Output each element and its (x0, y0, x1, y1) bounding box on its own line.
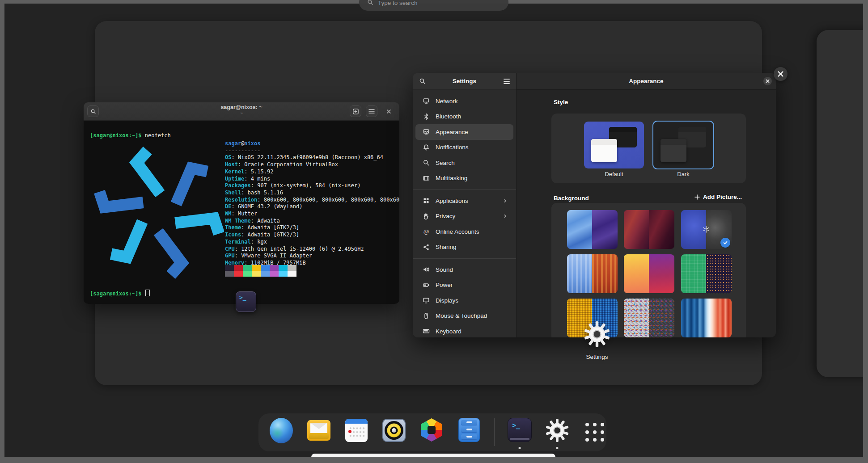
terminal-close-button[interactable] (386, 108, 392, 116)
sharing-icon (423, 244, 430, 251)
sidebar-item-label: Sharing (436, 244, 457, 250)
sidebar-item-online-accounts[interactable]: @Online Accounts (415, 224, 513, 240)
plus-icon (694, 194, 700, 200)
palette-swatch (243, 271, 252, 277)
style-option-default[interactable] (584, 122, 644, 168)
dock-item-mail[interactable] (306, 418, 331, 449)
terminal-menu-button[interactable] (366, 105, 377, 117)
palette-swatch (234, 265, 243, 271)
dock-item-app-grid[interactable] (582, 418, 607, 449)
panel-title: Appearance (517, 73, 776, 89)
palette-swatch (234, 271, 243, 277)
neofetch-line: CPU: 12th Gen Intel i5-12400 (6) @ 2.495… (225, 246, 399, 253)
sidebar-item-displays[interactable]: Displays (415, 293, 513, 308)
bluetooth-icon (423, 113, 430, 120)
sidebar-item-label: Bluetooth (436, 113, 461, 120)
background-thumbnail-green-dots-pattern[interactable] (681, 254, 732, 293)
sidebar-item-power[interactable]: Power (415, 278, 513, 293)
terminal-window[interactable]: sagar@nixos: ~ ~ [sagar@nixos:~]$ neofet… (84, 102, 399, 304)
sidebar-item-label: Multitasking (436, 175, 467, 181)
sidebar-item-bluetooth[interactable]: Bluetooth (415, 109, 513, 125)
palette-swatch (243, 265, 252, 271)
settings-title: Settings (413, 78, 516, 84)
style-option-dark[interactable] (653, 122, 713, 168)
gear-icon (546, 419, 569, 449)
background-thumbnail-climate-stripes[interactable] (681, 299, 732, 337)
sidebar-item-privacy[interactable]: Privacy (415, 209, 513, 224)
settings-window[interactable]: Settings NetworkBluetoothAppearanceNotif… (413, 73, 776, 337)
palette-swatch (279, 265, 288, 271)
sidebar-item-sharing[interactable]: Sharing (415, 240, 513, 255)
console-icon: >_ (508, 418, 532, 442)
neofetch-line: OS: NixOS 22.11.2345.af96094e9b8 (Raccoo… (225, 154, 399, 161)
search-icon (367, 0, 373, 5)
app-grid-icon (585, 423, 604, 442)
neofetch-line: WM Theme: Adwaita (225, 218, 399, 225)
settings-app-badge[interactable] (584, 321, 610, 349)
background-thumbnail-sequins-light-dark[interactable] (624, 299, 674, 337)
background-thumbnail-blue-gray-logo[interactable] (681, 210, 732, 249)
sidebar-item-appearance[interactable]: Appearance (415, 124, 513, 140)
dock-item-files[interactable] (457, 418, 482, 449)
palette-swatch (225, 271, 234, 277)
neofetch-line: Host: Oracle Corporation VirtualBox (225, 161, 399, 168)
settings-search-button[interactable] (419, 78, 426, 84)
background-thumbnail-blue-purple-hexagons[interactable] (567, 210, 618, 249)
add-picture-button[interactable]: Add Picture... (691, 192, 745, 202)
terminal-new-tab-button[interactable] (350, 105, 361, 117)
neofetch-line: Kernel: 5.15.92 (225, 168, 399, 176)
terminal-app-badge[interactable]: >_ (236, 291, 256, 312)
sidebar-item-sound[interactable]: Sound (415, 262, 513, 278)
terminal-cursor (145, 290, 150, 296)
sidebar-divider (413, 186, 516, 193)
sidebar-item-search[interactable]: Search (415, 155, 513, 171)
neofetch-line: Terminal: kgx (225, 239, 399, 246)
network-icon (423, 97, 430, 105)
sidebar-item-notifications[interactable]: Notifications (415, 140, 513, 156)
settings-menu-button[interactable] (504, 79, 510, 84)
settings-panel: Appearance Style Default Dark Background… (517, 73, 776, 337)
settings-sidebar-list: NetworkBluetoothAppearanceNotificationsS… (413, 90, 516, 337)
sidebar-item-label: Keyboard (436, 328, 462, 335)
multitasking-icon (423, 175, 430, 182)
neofetch-line: Shell: bash 5.1.16 (225, 189, 399, 197)
power-icon (423, 282, 430, 289)
screen-frame-bottom (0, 457, 868, 463)
sidebar-item-applications[interactable]: Applications (415, 193, 513, 209)
sidebar-item-mouse-touchpad[interactable]: Mouse & Touchpad (415, 308, 513, 324)
background-thumbnail-gold-magenta-gradient[interactable] (624, 254, 674, 293)
dock-item-web[interactable] (269, 418, 294, 449)
dock-item-calendar[interactable] (344, 418, 369, 449)
settings-sidebar-headerbar: Settings (413, 73, 516, 90)
sidebar-item-network[interactable]: Network (415, 93, 513, 109)
terminal-app-icon: >_ (239, 294, 246, 301)
dock-item-console[interactable]: >_ (507, 418, 532, 449)
running-indicator (556, 447, 559, 449)
search-input[interactable]: Type to search (359, 0, 508, 11)
style-card: Default Dark (551, 114, 746, 183)
background-thumbnail-maroon-waves[interactable] (624, 210, 674, 249)
neofetch-line: Packages: 907 (nix-system), 584 (nix-use… (225, 182, 399, 189)
palette-swatch (225, 265, 234, 271)
background-thumbnail-drips-blue-orange[interactable] (567, 254, 618, 293)
overview-window-close-button[interactable] (774, 67, 788, 81)
appearance-icon (423, 128, 430, 135)
sidebar-item-multitasking[interactable]: Multitasking (415, 171, 513, 186)
terminal-content[interactable]: [sagar@nixos:~]$ neofetch sagar@nixos --… (84, 121, 399, 304)
palette-swatch (252, 271, 261, 277)
sidebar-item-keyboard[interactable]: Keyboard (415, 324, 513, 337)
terminal-headerbar[interactable]: sagar@nixos: ~ ~ (84, 102, 399, 121)
sidebar-item-label: Network (436, 98, 458, 105)
palette-swatch (252, 265, 261, 271)
mail-icon (307, 420, 330, 441)
dock: >_ (258, 413, 606, 451)
dock-item-photos[interactable] (419, 418, 444, 449)
workspace-next[interactable] (817, 30, 868, 377)
screen-frame-left (0, 0, 4, 463)
files-icon (458, 418, 480, 442)
settings-close-button[interactable] (763, 77, 772, 85)
web-browser-icon (270, 418, 293, 443)
online-accounts-icon: @ (423, 228, 430, 235)
dock-item-settings[interactable] (545, 418, 570, 449)
dock-item-music[interactable] (381, 418, 406, 449)
